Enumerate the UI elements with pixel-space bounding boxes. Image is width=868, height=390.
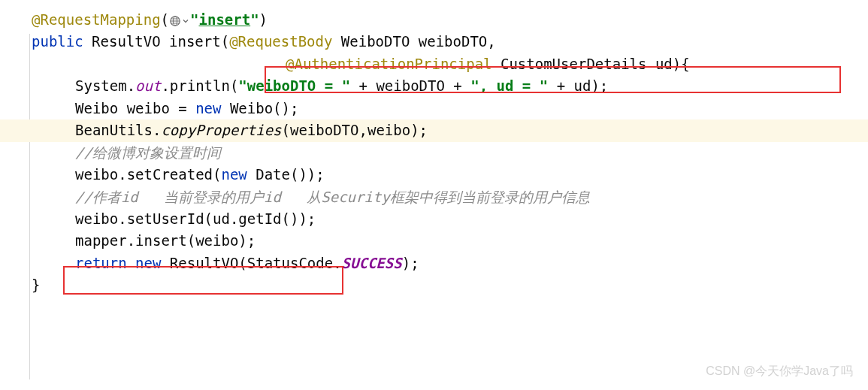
code-text: );	[402, 255, 419, 271]
paren: (	[161, 11, 169, 28]
code-text: .println(	[161, 77, 238, 94]
static-method: copyProperties	[161, 122, 281, 138]
string-quote: "	[250, 11, 259, 28]
code-text: + weiboDTO +	[350, 77, 470, 94]
code-line-4: System.out.println("weiboDTO = " + weibo…	[0, 75, 868, 97]
code-line-8: weibo.setCreated(new Date());	[0, 164, 868, 186]
string-quote: "	[190, 11, 198, 28]
code-text: Weibo weibo =	[75, 100, 195, 116]
code-text: weibo.setCreated(	[75, 166, 221, 183]
code-text: + ud);	[548, 77, 608, 94]
annotation: @RequestBody	[229, 33, 332, 50]
annotation: @RequestMapping	[32, 11, 161, 28]
code-text: CustomUserDetails ud){	[492, 56, 690, 72]
keyword: new	[221, 166, 246, 183]
code-text: ResultVO(StatusCode.	[161, 255, 341, 271]
keyword: public	[32, 33, 83, 50]
code-line-12: return new ResultVO(StatusCode.SUCCESS);	[0, 252, 868, 274]
globe-icon[interactable]	[169, 15, 189, 27]
string-value: insert	[199, 11, 251, 28]
code-text: (weiboDTO,weibo);	[282, 122, 428, 138]
code-line-3: @AuthenticationPrincipal CustomUserDetai…	[0, 53, 868, 75]
comment: //作者id 当前登录的用户id 从Security框架中得到当前登录的用户信息	[75, 189, 590, 205]
enum-value: SUCCESS	[342, 255, 402, 271]
chevron-down-icon	[183, 18, 189, 24]
string: ", ud = "	[470, 77, 548, 94]
code-text: ResultVO insert(	[92, 33, 229, 50]
code-text: System.	[75, 77, 135, 94]
annotation: @AuthenticationPrincipal	[286, 56, 492, 72]
code-line-6: BeanUtils.copyProperties(weiboDTO,weibo)…	[0, 119, 868, 141]
code-text: BeanUtils.	[75, 122, 161, 138]
watermark: CSDN @今天你学Java了吗	[706, 362, 853, 381]
string: "weiboDTO = "	[238, 77, 350, 94]
code-text: }	[32, 277, 40, 293]
code-line-11: mapper.insert(weibo);	[0, 230, 868, 252]
keyword: new	[195, 100, 221, 116]
code-line-1: @RequestMapping("insert")	[0, 9, 868, 31]
code-line-2: public ResultVO insert(@RequestBody Weib…	[0, 31, 868, 53]
code-text: Date());	[247, 166, 325, 183]
code-text: mapper.insert(weibo);	[75, 232, 256, 249]
code-line-10: weibo.setUserId(ud.getId());	[0, 208, 868, 230]
code-line-5: Weibo weibo = new Weibo();	[0, 98, 868, 119]
comment: //给微博对象设置时间	[75, 144, 221, 161]
code-line-13: }	[0, 274, 868, 296]
code-line-7: //给微博对象设置时间	[0, 142, 868, 164]
field: out	[135, 77, 161, 94]
code-text: WeiboDTO weiboDTO,	[332, 33, 495, 50]
code-line-9: //作者id 当前登录的用户id 从Security框架中得到当前登录的用户信息	[0, 186, 868, 208]
paren: )	[259, 11, 268, 28]
keyword: return new	[75, 255, 161, 271]
code-text: Weibo();	[221, 100, 298, 116]
code-text: weibo.setUserId(ud.getId());	[75, 210, 316, 227]
